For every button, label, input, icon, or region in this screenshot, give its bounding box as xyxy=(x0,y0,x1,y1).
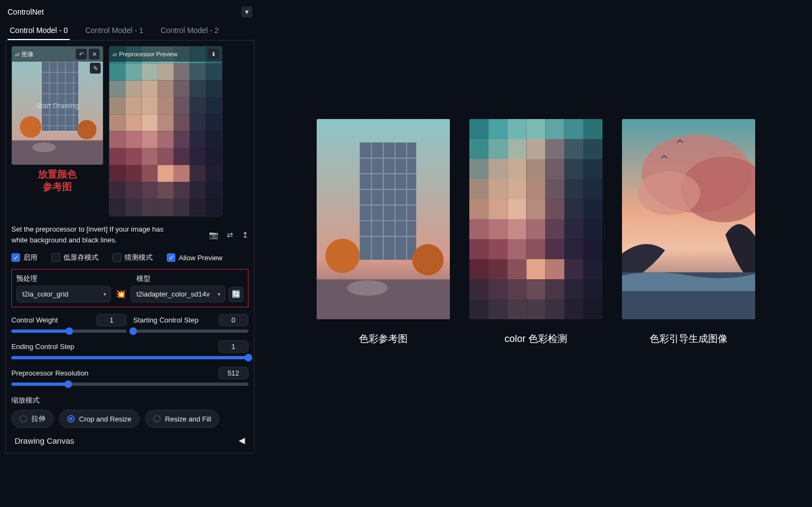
svg-rect-41 xyxy=(158,97,174,114)
drawing-canvas-accordion[interactable]: Drawing Canvas ◀ xyxy=(11,428,248,447)
svg-rect-33 xyxy=(141,81,158,97)
svg-rect-71 xyxy=(190,165,206,182)
brush-icon[interactable]: ✎ xyxy=(90,63,101,74)
svg-point-99 xyxy=(325,239,360,273)
guess-checkbox[interactable]: 猜测模式 xyxy=(113,253,153,262)
resize-crop-radio[interactable]: Crop and Resize xyxy=(59,410,140,428)
svg-rect-85 xyxy=(190,199,206,216)
svg-rect-52 xyxy=(109,131,126,148)
svg-rect-166 xyxy=(469,299,488,319)
tab-model-0[interactable]: Control Model - 0 xyxy=(8,22,70,40)
svg-rect-114 xyxy=(546,139,565,159)
showcase-area: 色彩参考图 co xyxy=(260,0,812,458)
download-icon[interactable]: ⬇ xyxy=(208,49,219,60)
svg-rect-123 xyxy=(584,159,603,179)
svg-rect-51 xyxy=(206,114,222,131)
source-image-box[interactable]: ▱图像 ↶ ✕ ✎ xyxy=(11,46,103,165)
svg-rect-56 xyxy=(174,131,190,148)
showcase-source-image xyxy=(317,119,450,319)
undo-icon[interactable]: ↶ xyxy=(76,49,87,60)
swap-icon[interactable]: ⇄ xyxy=(227,231,233,239)
preprocessor-dropdown[interactable]: t2ia_color_grid xyxy=(16,286,111,302)
svg-rect-122 xyxy=(565,159,584,179)
refresh-icon[interactable]: 🔄 xyxy=(228,287,244,302)
svg-rect-135 xyxy=(546,199,565,219)
resize-fill-radio[interactable]: Resize and Fill xyxy=(145,410,219,428)
svg-rect-130 xyxy=(584,179,603,199)
svg-rect-79 xyxy=(206,182,222,199)
svg-rect-48 xyxy=(158,114,174,131)
svg-rect-150 xyxy=(565,239,584,259)
svg-rect-146 xyxy=(488,239,507,259)
send-up-icon[interactable]: ↥ xyxy=(242,231,248,239)
model-tabs: Control Model - 0 Control Model - 1 Cont… xyxy=(5,22,254,41)
svg-rect-118 xyxy=(488,159,507,179)
svg-rect-163 xyxy=(546,279,565,299)
svg-rect-67 xyxy=(126,165,142,182)
tab-model-2[interactable]: Control Model - 2 xyxy=(159,22,221,40)
starting-step-value[interactable]: 0 xyxy=(218,314,248,326)
svg-rect-169 xyxy=(526,299,545,319)
svg-rect-88 xyxy=(360,142,416,260)
explosion-icon[interactable]: 💥 xyxy=(114,289,127,299)
svg-rect-121 xyxy=(546,159,565,179)
preprocessor-resolution-value[interactable]: 512 xyxy=(218,367,248,379)
ending-step-slider[interactable] xyxy=(11,356,248,359)
svg-rect-142 xyxy=(546,219,565,239)
showcase-generated-image xyxy=(622,119,755,319)
preprocessor-resolution-slider[interactable] xyxy=(11,383,248,386)
collapse-icon[interactable]: ▼ xyxy=(241,6,252,17)
svg-rect-57 xyxy=(190,131,206,148)
image-badge-icon: ▱ xyxy=(15,51,19,58)
svg-rect-108 xyxy=(565,119,584,139)
tab-model-1[interactable]: Control Model - 1 xyxy=(83,22,145,40)
svg-rect-126 xyxy=(507,179,526,199)
svg-rect-136 xyxy=(565,199,584,219)
control-weight-slider[interactable] xyxy=(11,330,127,333)
svg-rect-159 xyxy=(469,279,488,299)
svg-rect-103 xyxy=(469,119,488,139)
preprocessor-resolution-label: Preprocessor Resolution xyxy=(11,369,88,377)
svg-rect-153 xyxy=(488,259,507,279)
enable-checkbox[interactable]: 启用 xyxy=(11,253,37,262)
svg-rect-74 xyxy=(126,182,142,199)
svg-rect-30 xyxy=(206,63,222,80)
svg-rect-155 xyxy=(526,259,545,279)
preview-image xyxy=(109,47,222,216)
svg-rect-140 xyxy=(507,219,526,239)
svg-rect-168 xyxy=(507,299,526,319)
svg-rect-70 xyxy=(174,165,190,182)
hint-text: Set the preprocessor to [invert] If your… xyxy=(11,224,174,245)
lowvram-checkbox[interactable]: 低显存模式 xyxy=(51,253,99,262)
close-icon[interactable]: ✕ xyxy=(89,49,100,60)
svg-rect-44 xyxy=(206,97,222,114)
svg-rect-171 xyxy=(565,299,584,319)
svg-rect-110 xyxy=(469,139,488,159)
model-dropdown[interactable]: t2iadapter_color_sd14v xyxy=(130,286,225,302)
svg-rect-61 xyxy=(141,148,158,165)
svg-rect-73 xyxy=(109,182,126,199)
svg-rect-132 xyxy=(488,199,507,219)
svg-rect-161 xyxy=(507,279,526,299)
svg-rect-147 xyxy=(507,239,526,259)
svg-rect-15 xyxy=(12,140,103,164)
svg-rect-125 xyxy=(488,179,507,199)
ending-step-value[interactable]: 1 xyxy=(218,340,248,353)
allow-preview-checkbox[interactable]: Allow Preview xyxy=(167,253,222,262)
control-weight-value[interactable]: 1 xyxy=(96,314,127,326)
svg-rect-138 xyxy=(469,219,488,239)
svg-rect-26 xyxy=(141,63,158,80)
svg-rect-129 xyxy=(565,179,584,199)
svg-rect-156 xyxy=(546,259,565,279)
svg-point-176 xyxy=(638,172,700,215)
svg-rect-157 xyxy=(565,259,584,279)
svg-rect-158 xyxy=(584,259,603,279)
svg-rect-127 xyxy=(526,179,545,199)
starting-step-slider[interactable] xyxy=(133,330,248,333)
camera-icon[interactable]: 📷 xyxy=(209,231,218,239)
svg-rect-83 xyxy=(158,199,174,216)
svg-point-100 xyxy=(412,244,444,275)
controlnet-panel: ControlNet ▼ Control Model - 0 Control M… xyxy=(0,0,260,458)
svg-rect-37 xyxy=(206,81,222,97)
resize-stretch-radio[interactable]: 拉伸 xyxy=(11,410,54,428)
